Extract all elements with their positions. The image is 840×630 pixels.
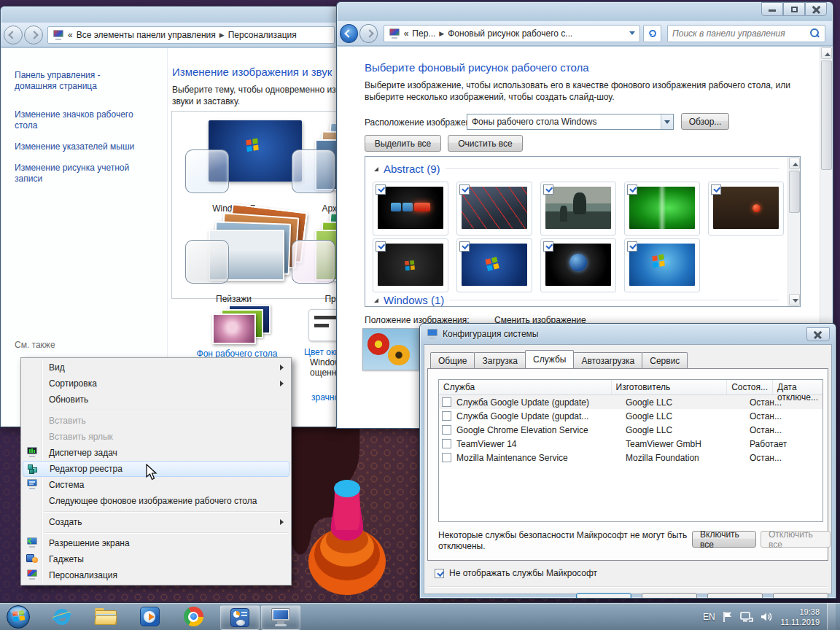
taskbar-clock[interactable]: 19:38 11.11.2019 bbox=[781, 607, 820, 627]
action-center-flag-icon[interactable] bbox=[723, 611, 733, 623]
wallpaper-checkbox[interactable] bbox=[543, 184, 553, 195]
wallpaper-checkbox[interactable] bbox=[627, 184, 637, 195]
tab-boot[interactable]: Загрузка bbox=[474, 352, 526, 368]
wallpaper-checkbox[interactable] bbox=[711, 184, 721, 195]
search-box[interactable] bbox=[667, 25, 825, 42]
sidebar-item-mouse-pointers[interactable]: Изменение указателей мыши bbox=[15, 141, 160, 152]
menu-item-sort[interactable]: Сортировка bbox=[23, 376, 289, 392]
text-fragment-link[interactable]: зрачности bbox=[311, 392, 338, 402]
wallpaper-checkbox[interactable] bbox=[543, 241, 553, 252]
wallpaper-checkbox[interactable] bbox=[376, 241, 386, 252]
tab-services[interactable]: Службы bbox=[525, 350, 574, 368]
close-button[interactable] bbox=[806, 327, 830, 341]
refresh-button[interactable] bbox=[643, 25, 661, 42]
wallpaper-checkbox[interactable] bbox=[376, 184, 386, 195]
location-dropdown[interactable]: Фоны рабочего стола Windows bbox=[467, 114, 674, 130]
column-header-state[interactable]: Состоя... bbox=[727, 380, 773, 394]
tab-general[interactable]: Общие bbox=[430, 352, 475, 368]
sidebar-item-desktop-icons[interactable]: Изменение значков рабочего стола bbox=[15, 109, 153, 131]
tab-startup[interactable]: Автозагрузка bbox=[573, 352, 642, 368]
group-header-abstract[interactable]: Abstract (9) bbox=[374, 163, 779, 175]
breadcrumb-root[interactable]: Все элементы панели управления bbox=[77, 30, 216, 40]
wallpaper-thumbnail[interactable] bbox=[373, 182, 448, 236]
menu-item-screen-resolution[interactable]: Разрешение экрана bbox=[23, 535, 289, 551]
service-row[interactable]: Google Chrome Elevation Service Google L… bbox=[439, 423, 822, 437]
select-all-button[interactable]: Выделить все bbox=[365, 135, 441, 152]
column-header-vendor[interactable]: Изготовитель bbox=[612, 380, 728, 394]
back-button[interactable] bbox=[4, 26, 23, 44]
volume-icon[interactable] bbox=[761, 611, 774, 623]
wallpaper-thumbnail[interactable] bbox=[456, 238, 532, 292]
service-checkbox[interactable] bbox=[442, 397, 451, 407]
minimize-button[interactable] bbox=[761, 2, 783, 16]
hide-microsoft-row[interactable]: Не отображать службы Майкрософт bbox=[435, 568, 597, 578]
service-row[interactable]: TeamViewer 14 TeamViewer GmbH Работает bbox=[439, 437, 822, 451]
column-header-disabled-date[interactable]: Дата отключе... bbox=[773, 380, 822, 394]
column-header-service[interactable]: Служба bbox=[439, 380, 612, 394]
breadcrumb-root[interactable]: Пер... bbox=[412, 28, 435, 39]
breadcrumb-dropdown-icon[interactable] bbox=[629, 31, 635, 35]
service-row[interactable]: Mozilla Maintenance Service Mozilla Foun… bbox=[439, 451, 822, 464]
menu-item-view[interactable]: Вид bbox=[23, 359, 289, 376]
back-button[interactable] bbox=[340, 24, 358, 43]
breadcrumb-chevrons[interactable]: « bbox=[404, 28, 409, 39]
enable-all-button[interactable]: Включить все bbox=[692, 531, 756, 548]
breadcrumb-page[interactable]: Фоновый рисунок рабочего с... bbox=[448, 28, 626, 39]
service-checkbox[interactable] bbox=[442, 425, 451, 435]
service-checkbox[interactable] bbox=[442, 439, 451, 448]
forward-button[interactable] bbox=[359, 24, 378, 43]
chrome-button[interactable] bbox=[178, 604, 209, 629]
breadcrumb[interactable]: « Все элементы панели управления ▶ Персо… bbox=[47, 26, 335, 44]
wallpaper-list-scrollbar[interactable] bbox=[788, 157, 800, 306]
wallpaper-checkbox[interactable] bbox=[627, 241, 637, 252]
taskbar-window-display[interactable] bbox=[261, 605, 300, 630]
explorer-button[interactable] bbox=[90, 604, 121, 629]
search-input[interactable] bbox=[668, 28, 809, 39]
menu-item-create[interactable]: Создать bbox=[23, 514, 289, 530]
disable-all-button[interactable]: Отключить все bbox=[761, 531, 831, 548]
group-header-windows[interactable]: Windows (1) bbox=[374, 294, 779, 306]
language-indicator[interactable]: EN bbox=[703, 612, 715, 622]
scroll-thumb[interactable] bbox=[821, 61, 832, 170]
menu-item-refresh[interactable]: Обновить bbox=[23, 392, 289, 408]
wallpaper-thumbnail[interactable] bbox=[624, 238, 700, 292]
apply-button[interactable]: Применить bbox=[707, 593, 763, 599]
menu-item-gadgets[interactable]: Гаджеты bbox=[23, 551, 289, 567]
hide-microsoft-checkbox[interactable] bbox=[435, 569, 444, 578]
position-preview[interactable] bbox=[362, 328, 419, 370]
media-player-button[interactable] bbox=[134, 604, 165, 629]
menu-item-task-manager[interactable]: Диспетчер задач bbox=[23, 445, 289, 461]
breadcrumb[interactable]: « Пер... ▶ Фоновый рисунок рабочего с... bbox=[384, 25, 641, 42]
wallpaper-checkbox[interactable] bbox=[459, 241, 470, 252]
tab-tools[interactable]: Сервис bbox=[642, 352, 688, 368]
service-checkbox[interactable] bbox=[442, 453, 451, 462]
clear-all-button[interactable]: Очистить все bbox=[448, 135, 523, 152]
sidebar-item-account-picture[interactable]: Изменение рисунка учетной записи bbox=[15, 163, 153, 184]
wallpaper-checkbox[interactable] bbox=[459, 184, 470, 195]
wallpaper-thumbnail[interactable] bbox=[456, 182, 532, 236]
wallpaper-thumbnail[interactable] bbox=[373, 238, 448, 292]
sidebar-item-control-panel-home[interactable]: Панель управления - домашняя страница bbox=[15, 70, 131, 92]
cancel-button[interactable]: Отмена bbox=[642, 593, 697, 599]
show-desktop-button[interactable] bbox=[827, 603, 836, 630]
scroll-thumb[interactable] bbox=[789, 171, 800, 213]
window-color-link[interactable]: Цвет окна bbox=[304, 309, 338, 357]
restore-button[interactable] bbox=[783, 2, 805, 16]
breadcrumb-page[interactable]: Персонализация bbox=[228, 30, 297, 40]
start-button[interactable] bbox=[3, 604, 34, 629]
service-row[interactable]: Служба Google Update (gupdat... Google L… bbox=[439, 409, 822, 423]
network-icon[interactable] bbox=[740, 611, 753, 623]
msconfig-titlebar[interactable]: Конфигурация системы bbox=[420, 324, 836, 344]
browse-button[interactable]: Обзор... bbox=[681, 113, 729, 130]
desktop-background-link[interactable]: Фон рабочего стола bbox=[186, 305, 288, 359]
menu-item-next-background[interactable]: Следующее фоновое изображение рабочего с… bbox=[23, 493, 289, 509]
wallpaper-thumbnail[interactable] bbox=[540, 238, 616, 292]
close-button[interactable] bbox=[805, 2, 827, 16]
service-checkbox[interactable] bbox=[442, 411, 451, 421]
scroll-up-button[interactable] bbox=[789, 158, 800, 169]
search-icon[interactable] bbox=[809, 28, 820, 39]
help-button[interactable]: Справка bbox=[773, 593, 828, 599]
scroll-up-button[interactable] bbox=[821, 47, 832, 59]
ok-button[interactable]: ОК bbox=[576, 593, 631, 599]
wallpaper-thumbnail[interactable] bbox=[708, 182, 784, 236]
